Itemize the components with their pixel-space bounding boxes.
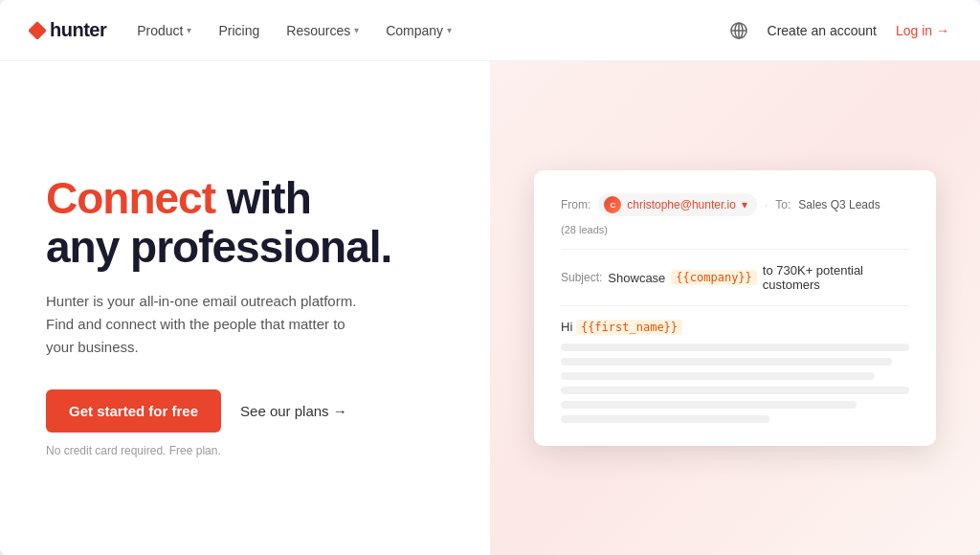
nav-company[interactable]: Company ▾: [386, 23, 452, 38]
get-started-button[interactable]: Get started for free: [46, 389, 221, 433]
nav-resources[interactable]: Resources ▾: [286, 23, 359, 38]
email-compose-card: From: C christophe@hunter.io ▾ · To: Sal…: [534, 170, 936, 446]
right-panel: From: C christophe@hunter.io ▾ · To: Sal…: [490, 61, 980, 555]
cta-row: Get started for free See our plans →: [46, 389, 444, 433]
globe-icon[interactable]: [729, 21, 748, 40]
hero-title: Connect withany professional.: [46, 174, 444, 271]
navbar: hunter Product ▾ Pricing Resources ▾ Com…: [0, 0, 980, 61]
subject-variable: {{company}}: [671, 270, 756, 285]
to-label: To:: [775, 198, 791, 211]
nav-product[interactable]: Product ▾: [137, 23, 191, 38]
left-panel: Connect withany professional. Hunter is …: [0, 61, 490, 555]
greeting-text: Hi: [561, 320, 572, 334]
subject-label: Subject:: [561, 271, 602, 284]
create-account-button[interactable]: Create an account: [768, 23, 877, 38]
separator: ·: [765, 198, 768, 211]
nav-right: Create an account Log in →: [729, 21, 949, 40]
from-label: From:: [561, 198, 590, 211]
hero-title-highlight: Connect: [46, 173, 215, 223]
subject-text-after: to 730K+ potential customers: [763, 263, 909, 292]
avatar: C: [604, 196, 621, 213]
leads-count: (28 leads): [561, 224, 608, 235]
from-email-badge[interactable]: C christophe@hunter.io ▾: [598, 193, 757, 216]
logo-diamond-icon: [28, 21, 47, 40]
logo-text: hunter: [50, 19, 106, 41]
body-line: [561, 387, 909, 394]
page-wrapper: hunter Product ▾ Pricing Resources ▾ Com…: [0, 0, 980, 555]
body-placeholder-lines: [561, 344, 909, 423]
dropdown-chevron-icon: ▾: [742, 198, 747, 211]
greeting-line: Hi {{first_name}}: [561, 320, 909, 334]
email-from-row: From: C christophe@hunter.io ▾ · To: Sal…: [561, 193, 909, 250]
subject-text-before: Showcase: [608, 271, 665, 285]
body-line: [561, 401, 857, 409]
no-credit-card-text: No credit card required. Free plan.: [46, 444, 444, 457]
body-line: [561, 415, 769, 423]
logo[interactable]: hunter: [31, 19, 106, 41]
from-email-text: christophe@hunter.io: [627, 198, 736, 211]
body-line: [561, 344, 909, 351]
nav-links: Product ▾ Pricing Resources ▾ Company ▾: [137, 23, 728, 38]
subject-row: Subject: Showcase {{company}} to 730K+ p…: [561, 263, 909, 306]
chevron-down-icon: ▾: [447, 25, 452, 35]
nav-pricing[interactable]: Pricing: [218, 23, 259, 38]
login-button[interactable]: Log in →: [896, 23, 949, 38]
see-plans-link[interactable]: See our plans →: [240, 403, 347, 419]
email-body: Hi {{first_name}}: [561, 320, 909, 423]
main-content: Connect withany professional. Hunter is …: [0, 61, 980, 555]
greeting-variable: {{first_name}}: [576, 320, 682, 335]
chevron-down-icon: ▾: [187, 25, 191, 35]
body-line: [561, 372, 875, 380]
chevron-down-icon: ▾: [354, 25, 359, 35]
body-line: [561, 358, 892, 366]
hero-description: Hunter is your all-in-one email outreach…: [46, 290, 371, 359]
to-value: Sales Q3 Leads: [798, 198, 880, 211]
